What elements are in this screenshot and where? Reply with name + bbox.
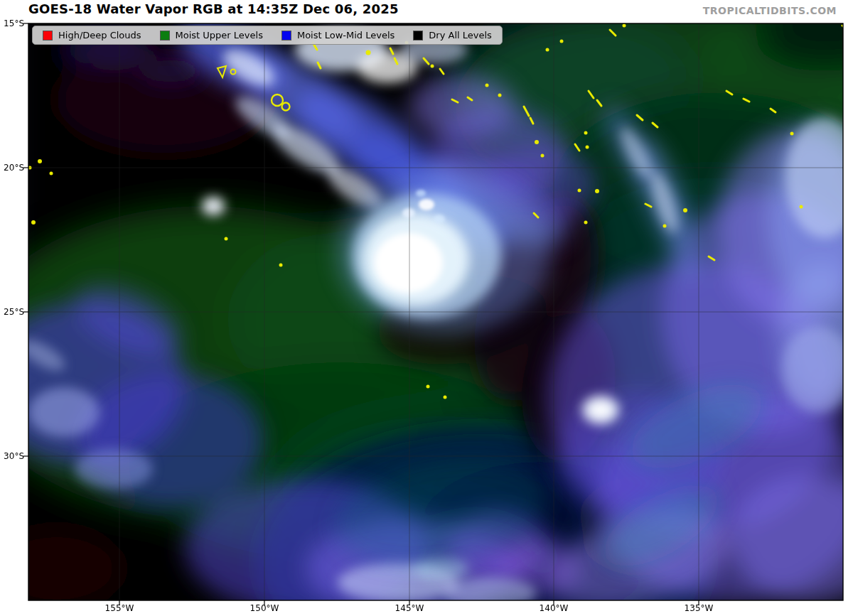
legend-label: Dry All Levels [429,30,492,40]
lat-tick-label-30s: 30°S [0,451,24,461]
legend-label: Moist Low-Mid Levels [297,30,395,40]
legend-swatch-blue [281,31,291,40]
satellite-map [0,0,853,616]
lon-tick-label-155w: 155°W [97,603,142,613]
legend-item-moist-upper: Moist Upper Levels [160,30,263,40]
legend-swatch-black [413,31,423,40]
legend-swatch-red [43,31,53,40]
storm-cloud [338,171,551,334]
legend-swatch-green [160,31,170,40]
legend: High/Deep Clouds Moist Upper Levels Mois… [32,26,503,45]
lon-tick-label-140w: 140°W [531,603,576,613]
map-imagery [0,0,853,616]
lat-tick-label-25s: 25°S [0,307,24,317]
lat-tick-label-20s: 20°S [0,163,24,173]
legend-label: Moist Upper Levels [176,30,263,40]
legend-item-high-deep-clouds: High/Deep Clouds [43,30,141,40]
page: GOES-18 Water Vapor RGB at 14:35Z Dec 06… [0,0,853,616]
lat-tick-label-15s: 15°S [0,18,24,28]
legend-item-dry: Dry All Levels [413,30,492,40]
legend-item-moist-low-mid: Moist Low-Mid Levels [281,30,395,40]
lon-tick-label-145w: 145°W [387,603,432,613]
lon-tick-label-135w: 135°W [676,603,721,613]
legend-label: High/Deep Clouds [58,30,141,40]
lon-tick-label-150w: 150°W [242,603,287,613]
